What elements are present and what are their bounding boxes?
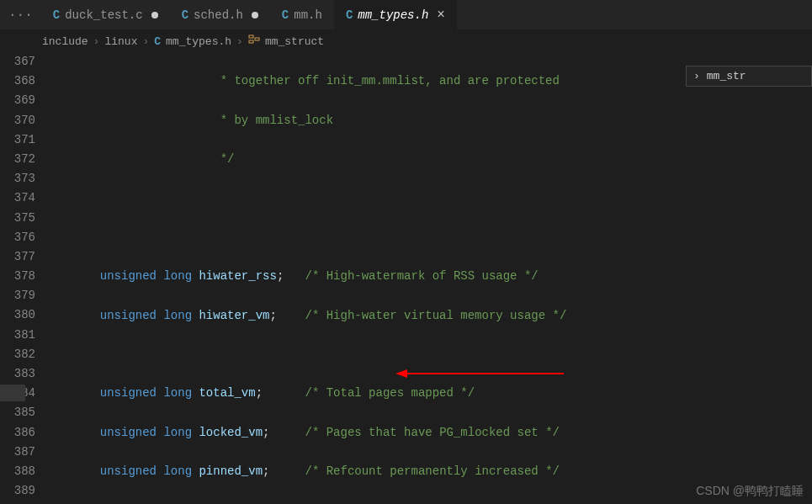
- watermark: CSDN @鸭鸭打瞌睡: [696, 484, 804, 499]
- code-line: */: [50, 150, 812, 169]
- c-file-icon: C: [282, 8, 289, 22]
- tab-overflow-icon[interactable]: ···: [0, 8, 41, 23]
- svg-rect-1: [249, 40, 253, 43]
- breadcrumb-symbol[interactable]: mm_struct: [265, 35, 324, 48]
- code-line: unsigned long hiwater_vm; /* High-water …: [50, 306, 812, 326]
- code-line: unsigned long hiwater_rss; /* High-water…: [50, 267, 812, 286]
- tab-label: sched.h: [194, 8, 243, 22]
- svg-rect-2: [255, 38, 259, 40]
- code-line: unsigned long pinned_vm; /* Refcount per…: [50, 462, 812, 481]
- struct-icon: [248, 34, 260, 49]
- tab-mm-types[interactable]: C mm_types.h ×: [334, 0, 457, 29]
- c-file-icon: C: [154, 35, 161, 48]
- breadcrumb-segment[interactable]: linux: [104, 35, 137, 48]
- line-number-gutter: 367 368 369 370 371 372 373 374 375 376 …: [0, 52, 50, 504]
- code-line: * by mmlist_lock: [50, 111, 812, 130]
- code-line: [50, 345, 812, 364]
- breadcrumb-segment[interactable]: include: [42, 35, 88, 48]
- code-line: unsigned long locked_vm; /* Pages that h…: [50, 423, 812, 443]
- breadcrumb[interactable]: include › linux › C mm_types.h › mm_stru…: [0, 30, 812, 52]
- tab-mm[interactable]: C mm.h: [270, 0, 334, 29]
- tab-bar: ··· C duck_test.c C sched.h C mm.h C mm_…: [0, 0, 812, 30]
- tab-label: mm.h: [294, 8, 322, 22]
- svg-rect-0: [249, 35, 253, 38]
- code-line: unsigned long total_vm; /* Total pages m…: [50, 384, 812, 403]
- editor-area[interactable]: 367 368 369 370 371 372 373 374 375 376 …: [0, 52, 812, 504]
- tab-sched[interactable]: C sched.h: [170, 0, 270, 29]
- modified-dot-icon: [252, 12, 258, 19]
- code-content[interactable]: * together off init_mm.mmlist, and are p…: [50, 52, 812, 504]
- c-file-icon: C: [182, 8, 188, 22]
- breadcrumb-file[interactable]: mm_types.h: [166, 35, 231, 48]
- chevron-right-icon: ›: [236, 35, 243, 48]
- tab-duck-test[interactable]: C duck_test.c: [41, 0, 170, 29]
- chevron-right-icon: ›: [93, 35, 100, 48]
- tab-label: mm_types.h: [358, 8, 428, 22]
- outline-item-label: mm_str: [707, 70, 746, 82]
- c-file-icon: C: [53, 8, 60, 22]
- c-file-icon: C: [346, 8, 353, 22]
- modified-dot-icon: [151, 12, 158, 19]
- chevron-right-icon: ›: [693, 70, 700, 82]
- code-line: unsigned long shared_vm; /* Shared pages…: [50, 501, 812, 505]
- tab-label: duck_test.c: [65, 8, 142, 22]
- chevron-right-icon: ›: [142, 35, 149, 48]
- code-line: [50, 228, 812, 247]
- code-line: [50, 188, 812, 208]
- gutter-marker: [0, 385, 25, 401]
- outline-panel[interactable]: › mm_str: [686, 66, 812, 87]
- close-icon[interactable]: ×: [437, 8, 445, 23]
